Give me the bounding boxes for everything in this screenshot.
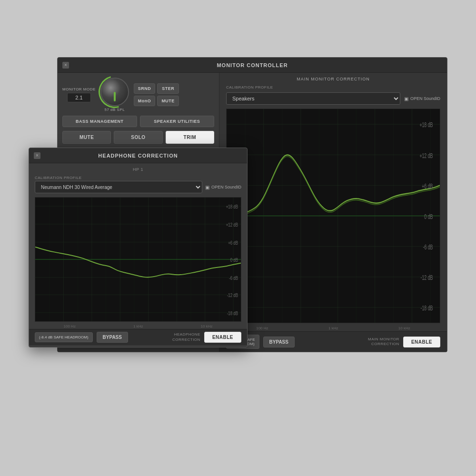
hp-calibration-label: CALIBRATION PROFILE <box>35 176 241 180</box>
hp-close-button[interactable]: × <box>34 152 40 159</box>
hp-freq-labels: 100 Hz 1 kHz 10 kHz <box>29 324 247 329</box>
speaker-utilities-button[interactable]: SPEAKER UTILITIES <box>140 116 215 127</box>
main-eq-chart: +18 dB +12 dB +6 dB 0 dB -6 dB -12 dB -1… <box>226 109 440 323</box>
main-correction-label: MAIN MONITORCORRECTION <box>368 337 399 347</box>
calibration-select[interactable]: Speakers <box>226 92 400 105</box>
mute-button[interactable]: MUTE <box>62 131 111 144</box>
bass-management-button[interactable]: BASS MANAGEMENT <box>62 116 137 127</box>
hp-enable-button[interactable]: ENABLE <box>204 332 241 343</box>
svg-text:0 dB: 0 dB <box>424 213 433 221</box>
svg-text:+6 dB: +6 dB <box>422 182 433 190</box>
freq-label-1khz: 1 kHz <box>328 326 338 330</box>
freq-label-10khz: 10 kHz <box>398 326 410 330</box>
svg-text:+18 dB: +18 dB <box>419 121 433 129</box>
svg-text:-6 dB: -6 dB <box>423 243 433 251</box>
trim-button[interactable]: TRIM <box>166 131 214 144</box>
freq-label-100hz: 100 Hz <box>256 326 268 330</box>
mono-button[interactable]: MonO <box>134 96 156 106</box>
srnd-button[interactable]: SRND <box>134 83 156 94</box>
hp-freq-label-10khz: 10 kHz <box>201 324 213 328</box>
section-buttons: BASS MANAGEMENT SPEAKER UTILITIES <box>62 116 214 127</box>
right-panel: MAIN MONITOR CORRECTION CALIBRATION PROF… <box>219 73 447 352</box>
volume-knob[interactable] <box>100 78 129 106</box>
headphone-correction-window: × HEADPHONE CORRECTION HP 1 CALIBRATION … <box>29 148 248 347</box>
svg-text:-12 dB: -12 dB <box>421 274 433 282</box>
open-soundid-label: OPEN SoundID <box>410 96 440 101</box>
hp-bypass-button[interactable]: BYPASS <box>97 332 128 343</box>
hp-content: HP 1 CALIBRATION PROFILE Neumann NDH 30 … <box>29 163 247 347</box>
hp-window-title: HEADPHONE CORRECTION <box>98 153 178 159</box>
ster-button[interactable]: STER <box>157 83 179 94</box>
monitor-mode-label: MONITOR MODE <box>62 87 96 91</box>
svg-text:-6 dB: -6 dB <box>229 276 238 281</box>
main-bottom-bar: (-8.4 dB SAFEHEADROOM) BYPASS MAIN MONIT… <box>219 331 447 352</box>
svg-text:-12 dB: -12 dB <box>227 293 238 298</box>
hp-open-soundid-button[interactable]: OPEN SoundID <box>205 185 241 190</box>
main-bypass-button[interactable]: BYPASS <box>263 337 295 347</box>
calibration-select-row: Speakers OPEN SoundID <box>219 91 447 107</box>
monitor-mode-section: MONITOR MODE 2.1 57 dB SPL SRND STER Mon… <box>62 78 214 112</box>
hp-open-soundid-label: OPEN SoundID <box>211 185 241 189</box>
mute-mode-button[interactable]: MUTE <box>157 96 179 106</box>
hp-freq-label-100hz: 100 Hz <box>64 324 76 328</box>
main-close-button[interactable]: × <box>62 62 69 69</box>
svg-text:+6 dB: +6 dB <box>228 240 238 246</box>
calibration-profile-row: CALIBRATION PROFILE <box>219 83 447 91</box>
svg-text:+18 dB: +18 dB <box>226 204 238 209</box>
svg-text:-18 dB: -18 dB <box>421 304 433 312</box>
hp-correction-label: HEADPHONECORRECTION <box>172 332 200 342</box>
main-enable-button[interactable]: ENABLE <box>403 337 440 347</box>
hp-eq-chart: +18 dB +12 dB +6 dB 0 dB -6 dB -12 dB -1… <box>35 197 241 322</box>
hp-bottom-bar: (-8.4 dB SAFE HEADROOM) BYPASS HEADPHONE… <box>29 329 247 345</box>
main-window-title: MONITOR CONTROLLER <box>217 62 288 68</box>
svg-text:+12 dB: +12 dB <box>226 222 238 228</box>
solo-button[interactable]: SOLO <box>114 131 162 144</box>
hp-headroom-button[interactable]: (-8.4 dB SAFE HEADROOM) <box>35 332 93 342</box>
hp-titlebar: × HEADPHONE CORRECTION <box>29 148 247 163</box>
svg-text:0 dB: 0 dB <box>230 258 238 263</box>
monitor-mode-label-box: MONITOR MODE 2.1 <box>62 87 96 102</box>
calibration-label: CALIBRATION PROFILE <box>226 85 273 89</box>
hp-calibration-profile-row: CALIBRATION PROFILE Neumann NDH 30 Wired… <box>29 174 247 195</box>
hp-calib-select-row: Neumann NDH 30 Wired Average OPEN SoundI… <box>35 181 241 193</box>
main-titlebar: × MONITOR CONTROLLER <box>58 58 447 73</box>
freq-labels: 100 Hz 1 kHz 10 kHz <box>219 325 447 331</box>
open-soundid-button[interactable]: OPEN SoundID <box>404 96 440 101</box>
mode-buttons-grid: SRND STER MonO MUTE <box>134 83 179 106</box>
monitor-mode-value: 2.1 <box>67 93 91 102</box>
hp-freq-label-1khz: 1 kHz <box>133 324 143 328</box>
hp-calibration-select[interactable]: Neumann NDH 30 Wired Average <box>35 181 202 193</box>
utility-buttons: MUTE SOLO TRIM <box>62 131 214 144</box>
main-monitor-correction-header: MAIN MONITOR CORRECTION <box>219 73 447 83</box>
hp-channel-label: HP 1 <box>29 165 247 174</box>
svg-text:-18 dB: -18 dB <box>227 311 238 316</box>
volume-knob-container: 57 dB SPL <box>100 78 129 112</box>
svg-text:+12 dB: +12 dB <box>419 151 433 159</box>
